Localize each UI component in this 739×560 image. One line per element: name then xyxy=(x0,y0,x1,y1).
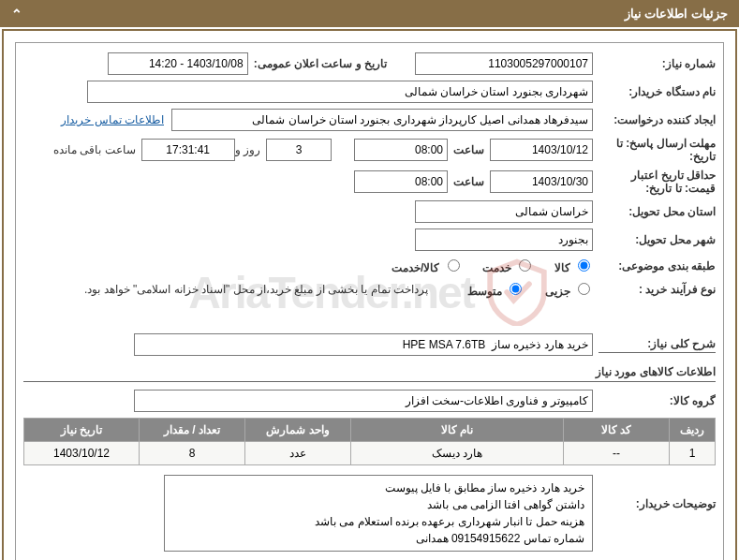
announce-field[interactable] xyxy=(108,52,248,75)
process-label: نوع فرآیند خرید : xyxy=(599,283,716,296)
deadline-label: مهلت ارسال پاسخ: تا تاریخ: xyxy=(599,137,716,163)
th-qty: تعداد / مقدار xyxy=(140,419,245,442)
cell-name: هارد دیسک xyxy=(351,442,564,465)
items-section-title: اطلاعات کالاهای مورد نیاز xyxy=(23,365,716,382)
city-field[interactable] xyxy=(415,228,593,251)
validity-date-field[interactable] xyxy=(490,170,593,193)
items-table: ردیف کد کالا نام کالا واحد شمارش تعداد /… xyxy=(23,418,716,465)
cell-code: -- xyxy=(564,442,670,465)
time-remain-field[interactable] xyxy=(141,139,235,161)
city-label: شهر محل تحویل: xyxy=(599,233,716,246)
requester-label: ایجاد کننده درخواست: xyxy=(599,113,716,126)
cell-row: 1 xyxy=(670,442,716,465)
collapse-icon[interactable]: ⌃ xyxy=(11,7,22,22)
th-code: کد کالا xyxy=(564,419,670,442)
cat-both-radio[interactable] xyxy=(448,259,460,272)
remain-after: ساعت باقی مانده xyxy=(53,143,136,156)
requester-field[interactable] xyxy=(171,109,593,131)
group-field[interactable] xyxy=(134,390,593,412)
summary-field[interactable] xyxy=(134,333,593,356)
proc-partial-option[interactable]: جزیی xyxy=(545,285,593,298)
th-name: نام کالا xyxy=(351,419,564,442)
buyer-label: نام دستگاه خریدار: xyxy=(599,85,716,98)
group-label: گروه کالا: xyxy=(599,394,716,407)
proc-medium-radio[interactable] xyxy=(510,283,522,295)
desc-line: هزینه حمل تا انبار شهرداری برعهده برنده … xyxy=(172,513,584,530)
cat-goods-option[interactable]: کالا xyxy=(554,261,593,274)
buyer-contact-link[interactable]: اطلاعات تماس خریدار xyxy=(61,113,164,126)
outer-frame: AriaTender.net شماره نیاز: تاریخ و ساعت … xyxy=(2,29,737,560)
panel-title: جزئیات اطلاعات نیاز xyxy=(625,7,728,21)
table-row: 1 -- هارد دیسک عدد 8 1403/10/12 xyxy=(24,442,716,465)
province-label: استان محل تحویل: xyxy=(599,205,716,218)
th-date: تاریخ نیاز xyxy=(24,419,140,442)
th-unit: واحد شمارش xyxy=(245,419,351,442)
desc-line: خرید هارد ذخیره ساز مطابق با فایل پیوست xyxy=(172,479,584,496)
hour-label-1: ساعت xyxy=(453,143,484,156)
cell-unit: عدد xyxy=(245,442,351,465)
desc-line: شماره تماس 09154915622 همدانی xyxy=(172,530,584,547)
cat-service-option[interactable]: خدمت xyxy=(482,261,534,274)
deadline-hour-field[interactable] xyxy=(354,139,448,161)
cat-both-option[interactable]: کالا/خدمت xyxy=(392,261,463,274)
cell-qty: 8 xyxy=(140,442,245,465)
summary-label: شرح کلی نیاز: xyxy=(599,337,716,353)
cat-service-radio[interactable] xyxy=(519,259,531,272)
need-no-label: شماره نیاز: xyxy=(599,57,716,70)
deadline-date-field[interactable] xyxy=(490,139,593,161)
panel-header: جزئیات اطلاعات نیاز ⌃ xyxy=(0,0,739,27)
days-remain-field[interactable] xyxy=(266,139,332,161)
buyer-desc-box: خرید هارد ذخیره ساز مطابق با فایل پیوست … xyxy=(164,475,593,552)
validity-label: حداقل تاریخ اعتبار قیمت: تا تاریخ: xyxy=(599,169,716,195)
need-no-field[interactable] xyxy=(415,52,593,75)
desc-line: داشتن گواهی افتا الزامی می باشد xyxy=(172,496,584,513)
table-header-row: ردیف کد کالا نام کالا واحد شمارش تعداد /… xyxy=(24,419,716,442)
category-label: طبقه بندی موضوعی: xyxy=(599,259,716,273)
announce-label: تاریخ و ساعت اعلان عمومی: xyxy=(254,57,387,70)
hour-label-2: ساعت xyxy=(453,175,484,188)
validity-hour-field[interactable] xyxy=(354,170,448,193)
cat-goods-radio[interactable] xyxy=(578,259,590,272)
buyer-field[interactable] xyxy=(87,81,593,103)
proc-medium-option[interactable]: متوسط xyxy=(467,285,525,298)
days-word: روز و xyxy=(235,143,260,156)
proc-partial-radio[interactable] xyxy=(578,283,590,295)
payment-note: پرداخت تمام یا بخشی از مبلغ خرید،از محل … xyxy=(84,283,428,296)
th-row: ردیف xyxy=(670,419,716,442)
details-panel: AriaTender.net شماره نیاز: تاریخ و ساعت … xyxy=(15,42,724,560)
cell-needdate: 1403/10/12 xyxy=(24,442,140,465)
buyer-desc-label: توضیحات خریدار: xyxy=(599,497,716,510)
province-field[interactable] xyxy=(415,200,593,223)
